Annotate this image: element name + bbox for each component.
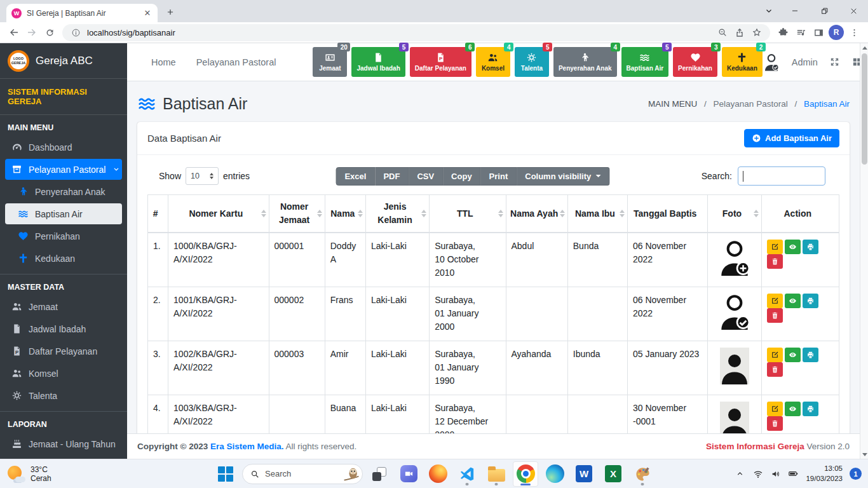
column-header-nama[interactable]: Nama (325, 195, 365, 233)
profile-avatar[interactable]: R (827, 24, 845, 41)
word-taskbar-button[interactable]: W (571, 461, 597, 487)
scroll-down-icon[interactable] (860, 450, 868, 459)
minimize-button[interactable] (780, 0, 810, 22)
taskbar-clock[interactable]: 13:05 19/03/2023 (806, 464, 843, 484)
edit-button[interactable] (767, 240, 783, 254)
print-button[interactable] (803, 240, 818, 254)
scroll-up-icon[interactable] (860, 43, 868, 52)
page-scrollbar[interactable] (860, 43, 868, 459)
search-input[interactable] (738, 166, 825, 186)
sidebar-item-komsel[interactable]: Komsel (5, 363, 122, 384)
tab-search-icon[interactable] (757, 0, 780, 22)
tile-daftar-pelayanan[interactable]: 6PDaftar Pelayanan (410, 47, 471, 77)
view-button[interactable] (785, 348, 801, 362)
browser-menu-icon[interactable] (845, 24, 863, 41)
tile-talenta[interactable]: 5Talenta (515, 47, 549, 77)
start-button[interactable] (213, 461, 238, 487)
admin-avatar[interactable] (763, 53, 780, 71)
taskbar-search[interactable]: Search (242, 464, 363, 484)
company-link[interactable]: Era Sistem Media. (210, 442, 284, 451)
paint-taskbar-button[interactable] (630, 461, 655, 487)
wifi-icon[interactable] (752, 468, 763, 479)
share-icon[interactable] (734, 27, 745, 38)
sidebar-item-talenta[interactable]: Talenta (5, 385, 122, 406)
page-length-select[interactable]: 10 (186, 167, 219, 185)
export-print-button[interactable]: Print (481, 167, 517, 186)
nav-link-home[interactable]: Home (151, 57, 176, 67)
sidebar-item-daftar-pelayanan[interactable]: PDaftar Pelayanan (5, 341, 122, 362)
sidebar-item-dashboard[interactable]: Dashboard (5, 137, 122, 158)
column-header-nomer-kartu[interactable]: Nomer Kartu (168, 195, 269, 233)
nav-link-pelayanan-pastoral[interactable]: Pelayanan Pastoral (196, 57, 276, 67)
sidebar-item-jemaat[interactable]: Jemaat (5, 296, 122, 317)
sidebar-item-pelayanan-pastoral[interactable]: Pelayanan Pastoral (5, 159, 122, 180)
edit-button[interactable] (767, 402, 783, 416)
close-window-button[interactable] (839, 0, 868, 22)
breadcrumb-baptisan-air[interactable]: Baptisan Air (804, 99, 850, 109)
tile-baptisan-air[interactable]: 5Baptisan Air (621, 47, 669, 77)
excel-taskbar-button[interactable]: X (600, 461, 626, 487)
column-header-ttl[interactable]: TTL (430, 195, 506, 233)
reload-icon[interactable] (41, 24, 58, 41)
delete-button[interactable] (767, 254, 783, 269)
sidebar-item-jemaat-ulang-tahun[interactable]: Jemaat - Ulang Tahun (5, 433, 122, 454)
scrollbar-thumb[interactable] (862, 53, 867, 165)
delete-button[interactable] (767, 362, 783, 377)
print-button[interactable] (803, 348, 818, 362)
tile-jadwal-ibadah[interactable]: 5Jadwal Ibadah (351, 47, 405, 77)
tile-pernikahan[interactable]: 3Pernikahan (673, 47, 717, 77)
restore-button[interactable] (810, 0, 839, 22)
weather-widget[interactable]: 33°C Cerah (6, 464, 51, 484)
export-column-visibility-button[interactable]: Column visibility (517, 167, 609, 186)
column-header-nama-ayah[interactable]: Nama Ayah (506, 195, 567, 233)
column-header-foto[interactable]: Foto (708, 195, 761, 233)
browser-tab[interactable]: W SI Gereja | Baptisan Air ✕ (6, 4, 158, 22)
view-button[interactable] (785, 402, 801, 416)
breadcrumb-main-menu[interactable]: MAIN MENU (648, 99, 697, 109)
edit-button[interactable] (767, 294, 783, 308)
firefox-taskbar-button[interactable] (425, 461, 451, 487)
tile-jemaat[interactable]: 20Jemaat (313, 47, 347, 77)
brand[interactable]: LOGO GEREJA Gereja ABC (0, 43, 127, 79)
sidebar-item-baptisan-air[interactable]: Baptisan Air (5, 203, 122, 224)
delete-button[interactable] (767, 308, 783, 323)
view-button[interactable] (785, 240, 801, 254)
extensions-puzzle-icon[interactable] (774, 24, 792, 41)
battery-icon[interactable] (788, 468, 799, 479)
chat-taskbar-button[interactable] (396, 461, 421, 487)
chrome-taskbar-button[interactable] (513, 461, 538, 487)
explorer-taskbar-button[interactable] (484, 461, 509, 487)
edit-button[interactable] (767, 348, 783, 362)
forward-icon[interactable] (23, 24, 41, 41)
task-view-taskbar-button[interactable] (367, 461, 392, 487)
delete-button[interactable] (767, 416, 783, 431)
tile-komsel[interactable]: 4Komsel (476, 47, 510, 77)
new-tab-button[interactable] (161, 3, 179, 21)
column-header-nomer-jemaat[interactable]: Nomer Jemaat (269, 195, 325, 233)
zoom-icon[interactable] (717, 27, 728, 38)
breadcrumb-pelayanan-pastoral[interactable]: Pelayanan Pastoral (714, 99, 788, 109)
print-button[interactable] (803, 294, 818, 308)
tile-penyerahan-anak[interactable]: 4Penyerahan Anak (553, 47, 617, 77)
sidebar-item-kedukaan[interactable]: Kedukaan (5, 248, 122, 269)
print-button[interactable] (803, 402, 818, 416)
volume-icon[interactable] (770, 468, 781, 479)
back-icon[interactable] (5, 24, 23, 41)
media-controls-icon[interactable] (792, 24, 810, 41)
view-button[interactable] (785, 294, 801, 308)
export-pdf-button[interactable]: PDF (375, 167, 409, 186)
fullscreen-icon[interactable] (829, 57, 840, 67)
export-excel-button[interactable]: Excel (336, 167, 375, 186)
side-panel-icon[interactable] (810, 24, 827, 41)
column-header-jenis-kelamin[interactable]: Jenis Kelamin (365, 195, 429, 233)
tray-chevron-icon[interactable] (735, 468, 745, 479)
vscode-taskbar-button[interactable] (454, 461, 480, 487)
sidebar-item-pernikahan[interactable]: Pernikahan (5, 226, 122, 247)
export-csv-button[interactable]: CSV (409, 167, 443, 186)
column-header-nama-ibu[interactable]: Nama Ibu (567, 195, 627, 233)
edge-taskbar-button[interactable] (542, 461, 567, 487)
site-info-icon[interactable] (70, 27, 81, 38)
address-bar[interactable]: localhost/sig/baptisanair (62, 24, 770, 41)
export-copy-button[interactable]: Copy (443, 167, 481, 186)
sidebar-item-jadwal-ibadah[interactable]: Jadwal Ibadah (5, 318, 122, 339)
